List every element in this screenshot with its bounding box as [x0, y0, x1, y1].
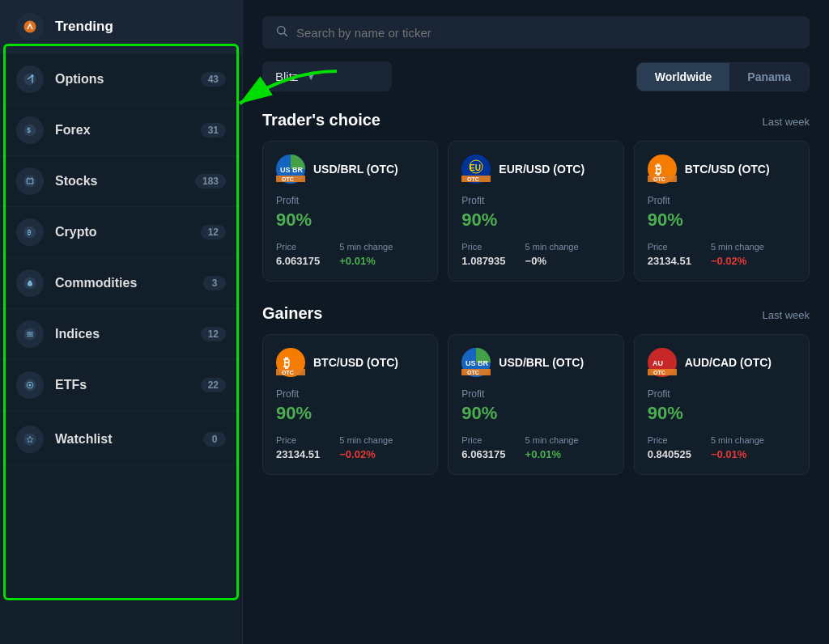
card-change-label: 5 min change — [339, 435, 393, 445]
card-change-value: −0% — [525, 255, 546, 267]
card-price-value: 23134.51 — [648, 255, 691, 267]
svg-point-0 — [24, 21, 36, 33]
svg-text:AU: AU — [653, 359, 663, 367]
card-name: BTC/USD (OTC) — [313, 356, 398, 369]
card-price-value: 23134.51 — [276, 448, 320, 460]
svg-text:OTC: OTC — [282, 370, 294, 375]
sidebar-item-commodities[interactable]: Commodities 3 — [0, 258, 242, 309]
card-profit-label: Profit — [276, 195, 424, 206]
asset-card[interactable]: US BR OTC USD/BRL (OTC) Profit 90% Price… — [262, 141, 438, 282]
card-price: Price 23134.51 — [648, 242, 691, 268]
card-logo: EU OTC — [461, 155, 491, 184]
card-price-value: 0.840525 — [648, 448, 691, 460]
search-input[interactable] — [296, 26, 797, 40]
traders-choice-title: Trader's choice — [262, 111, 380, 129]
card-price-value: 6.063175 — [276, 255, 320, 267]
asset-card[interactable]: EU OTC EUR/USD (OTC) Profit 90% Price 1.… — [448, 141, 623, 282]
svg-point-19 — [24, 434, 36, 446]
card-logo: AU OTC — [648, 348, 677, 377]
card-change-value: +0.01% — [525, 448, 561, 460]
card-logo: ₿ OTC — [648, 155, 677, 184]
sidebar-item-indices[interactable]: Indices 12 — [0, 309, 242, 360]
card-logo: US BR OTC — [461, 348, 491, 377]
card-price: Price 6.063175 — [461, 435, 505, 461]
card-name: AUD/CAD (OTC) — [685, 356, 772, 369]
card-change-label: 5 min change — [711, 435, 764, 445]
card-change: 5 min change −0.02% — [711, 242, 764, 268]
card-header: EU OTC EUR/USD (OTC) — [461, 155, 610, 184]
svg-text:$: $ — [27, 127, 31, 134]
card-price-value: 1.087935 — [461, 255, 505, 267]
sidebar-etfs-label: ETFs — [55, 378, 201, 392]
card-change-label: 5 min change — [525, 242, 579, 252]
svg-text:BR: BR — [292, 166, 303, 174]
card-price-label: Price — [276, 435, 320, 445]
indices-icon — [16, 320, 44, 348]
sidebar-item-stocks[interactable]: Stocks 183 — [0, 156, 242, 207]
search-bar[interactable] — [262, 16, 810, 49]
svg-point-18 — [29, 384, 32, 387]
sidebar-item-watchlist[interactable]: Watchlist 0 — [0, 414, 242, 465]
sidebar-forex-label: Forex — [55, 123, 201, 138]
broker-select[interactable]: Blitz ▼ — [262, 61, 392, 91]
card-change: 5 min change +0.01% — [525, 435, 579, 461]
asset-card[interactable]: ₿ OTC BTC/USD (OTC) Profit 90% Price 231… — [634, 141, 810, 282]
sidebar-item-etfs[interactable]: ETFs 22 — [0, 360, 242, 411]
card-stats: Price 6.063175 5 min change +0.01% — [461, 435, 610, 461]
card-header: US BR OTC USD/BRL (OTC) — [461, 348, 610, 377]
trending-icon — [16, 13, 44, 40]
filter-row: Blitz ▼ Worldwide Panama — [262, 61, 810, 91]
card-price-label: Price — [648, 435, 691, 445]
sidebar-watchlist-label: Watchlist — [55, 432, 203, 447]
sidebar-crypto-label: Crypto — [55, 225, 201, 239]
card-change: 5 min change −0% — [525, 242, 579, 268]
card-name: USD/BRL (OTC) — [313, 163, 398, 176]
sidebar-item-forex[interactable]: $ Forex 31 — [0, 105, 242, 156]
broker-name: Blitz — [275, 70, 298, 83]
sidebar-item-options[interactable]: Options 43 — [0, 54, 242, 105]
card-profit-value: 90% — [461, 403, 610, 424]
svg-text:₿: ₿ — [283, 356, 290, 370]
asset-card[interactable]: AU OTC AUD/CAD (OTC) Profit 90% Price 0.… — [634, 334, 810, 475]
card-profit-label: Profit — [648, 195, 796, 206]
card-header: ₿ OTC BTC/USD (OTC) — [276, 348, 424, 377]
search-icon — [275, 24, 288, 40]
gainers-time: Last week — [762, 309, 810, 321]
card-name: BTC/USD (OTC) — [685, 163, 770, 176]
card-change: 5 min change −0.02% — [339, 435, 393, 461]
sidebar-indices-badge: 12 — [201, 327, 226, 341]
asset-card[interactable]: ₿ OTC BTC/USD (OTC) Profit 90% Price 231… — [262, 334, 438, 475]
card-profit-value: 90% — [461, 210, 610, 231]
card-profit-value: 90% — [648, 210, 796, 231]
card-change: 5 min change +0.01% — [339, 242, 393, 268]
asset-card[interactable]: US BR OTC USD/BRL (OTC) Profit 90% Price… — [448, 334, 623, 475]
traders-choice-time: Last week — [762, 116, 810, 128]
card-price-label: Price — [461, 242, 505, 252]
svg-text:OTC: OTC — [282, 176, 294, 182]
region-worldwide-button[interactable]: Worldwide — [637, 63, 730, 91]
card-stats: Price 23134.51 5 min change −0.02% — [276, 435, 424, 461]
card-change-value: −0.01% — [711, 448, 746, 460]
sidebar-options-badge: 43 — [201, 72, 226, 87]
watchlist-icon — [16, 426, 44, 453]
sidebar-commodities-badge: 3 — [203, 276, 226, 290]
card-change-value: −0.02% — [711, 255, 746, 267]
sidebar-item-crypto[interactable]: ₿ Crypto 12 — [0, 207, 242, 258]
gainers-grid: ₿ OTC BTC/USD (OTC) Profit 90% Price 231… — [262, 334, 810, 475]
sidebar-item-trending[interactable]: Trending — [0, 0, 242, 54]
sidebar-watchlist-badge: 0 — [203, 432, 226, 447]
card-header: US BR OTC USD/BRL (OTC) — [276, 155, 424, 184]
card-change: 5 min change −0.01% — [711, 435, 764, 461]
card-name: USD/BRL (OTC) — [499, 356, 584, 369]
options-icon — [16, 66, 44, 93]
card-name: EUR/USD (OTC) — [499, 163, 585, 176]
sidebar-crypto-badge: 12 — [201, 225, 226, 239]
gainers-header: Gainers Last week — [262, 304, 810, 323]
svg-point-5 — [24, 176, 36, 188]
sidebar-options-label: Options — [55, 72, 201, 87]
svg-text:OTC: OTC — [653, 370, 665, 375]
svg-point-22 — [278, 27, 285, 34]
card-change-label: 5 min change — [339, 242, 393, 252]
card-price: Price 6.063175 — [276, 242, 320, 268]
region-panama-button[interactable]: Panama — [729, 63, 809, 91]
